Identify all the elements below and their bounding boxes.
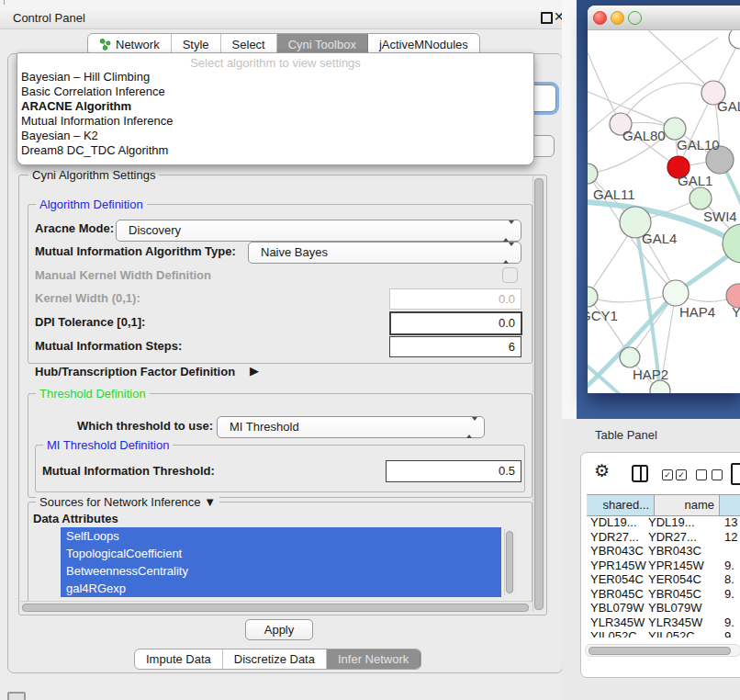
kernel-width-value: 0.0 [499,292,515,306]
tab-discretize-data[interactable]: Discretize Data [223,649,327,669]
attribute-item[interactable]: TopologicalCoefficient [61,545,501,562]
mi-steps-input[interactable]: 6 [389,336,521,357]
table-hscrollbar-thumb[interactable] [589,647,731,655]
threshold-definition-legend: Threshold Definition [36,387,150,401]
algorithm-option[interactable]: Mutual Information Inference [17,114,533,129]
settings-hscrollbar-thumb[interactable] [22,604,529,612]
minimized-panel-icon[interactable] [7,692,26,700]
traffic-light-zoom-icon[interactable] [628,11,642,25]
combo-arrows-icon [466,421,477,435]
sources-legend-text: Sources for Network Inference [39,495,201,509]
table-cell: YDL19... [590,515,637,529]
table-row[interactable]: YDL19...YDL19...13 [587,515,740,530]
column-header-partial[interactable] [720,495,740,515]
tab-infer-network-label: Infer Network [338,652,409,666]
attribute-item[interactable]: gal4RGexp [61,580,501,597]
table-cell: YER054C [648,572,701,586]
checked-box-icon: ✓ [662,469,673,480]
aracne-mode-select[interactable]: Discovery [116,220,521,242]
data-attributes-list[interactable]: SelfLoopsTopologicalCoefficientBetweenne… [61,527,501,597]
table-cell: YBR043C [648,544,701,558]
network-tab-icon [99,39,111,51]
columns-icon[interactable] [632,465,648,482]
table-horizontal-scrollbar[interactable] [585,644,740,657]
hub-expander-arrow-icon[interactable]: ▶ [250,364,259,378]
mi-steps-value: 6 [509,340,515,354]
network-window[interactable]: GALGAL80GAL10GAL1GAL11SWI4GAL4HAP4YGCY1H… [588,6,740,393]
network-node[interactable] [588,287,598,307]
traffic-light-close-icon[interactable] [593,11,607,25]
network-edge [588,38,718,141]
network-node[interactable] [650,380,670,393]
tab-network-label: Network [116,38,160,51]
attribute-item[interactable]: BetweennessCentrality [61,562,501,580]
gear-icon[interactable]: ⚙ [594,460,610,481]
algorithm-option[interactable]: ARACNE Algorithm [17,99,533,114]
algorithm-dropdown[interactable]: Select algorithm to view settings Bayesi… [17,52,534,165]
manual-kernel-label: Manual Kernel Width Definition [35,268,211,282]
table-cell: 9. [724,615,734,629]
mi-threshold-input[interactable]: 0.5 [386,460,521,482]
float-window-button[interactable] [541,12,553,24]
algorithm-option[interactable]: Dream8 DC_TDC Algorithm [17,143,533,158]
dpi-tolerance-input[interactable]: 0.0 [389,311,522,335]
table-row[interactable]: YDR27...YDR27...12 [587,530,740,545]
network-node[interactable] [588,164,598,184]
attributes-list-scrollbar[interactable] [504,529,515,595]
attributes-scrollbar-thumb[interactable] [506,531,513,593]
table-row[interactable]: YIL052CYIL052C9. [587,629,740,638]
attribute-item[interactable]: SelfLoops [61,527,501,545]
mi-algorithm-type-select[interactable]: Naive Bayes [248,242,521,264]
tab-impute-data-label: Impute Data [146,652,211,666]
manual-kernel-checkbox[interactable] [502,267,518,283]
algorithm-option[interactable]: Bayesian – K2 [17,129,533,143]
app-window: Control Panel ✕ Network Style Select Cyn… [0,0,740,700]
which-threshold-select[interactable]: MI Threshold [217,416,485,438]
network-canvas[interactable]: GALGAL80GAL10GAL1GAL11SWI4GAL4HAP4YGCY1H… [588,30,740,393]
node-label: GAL10 [677,137,720,152]
table-body[interactable]: YDL19...YDL19...13YDR27...YDR27...12YBR0… [587,515,740,638]
settings-horizontal-scrollbar[interactable] [20,601,531,613]
traffic-light-minimize-icon[interactable] [611,11,624,25]
top-strip [0,0,567,7]
deselect-all-checks-icon[interactable] [696,469,723,483]
network-node[interactable] [690,187,712,209]
algorithm-option[interactable]: Basic Correlation Inference [17,85,533,99]
sources-collapse-arrow-icon[interactable]: ▼ [204,495,216,509]
table-row[interactable]: YBR043CYBR043C [587,544,740,559]
kernel-width-label: Kernel Width (0,1): [35,291,140,305]
tab-select-label: Select [232,38,265,51]
tab-infer-network[interactable]: Infer Network [327,649,420,669]
column-header-name[interactable]: name [655,495,720,515]
export-table-icon[interactable] [731,463,740,485]
node-label: SWI4 [703,209,737,224]
network-window-titlebar[interactable] [588,6,740,30]
network-node[interactable] [663,280,689,306]
table-cell: YBR045C [590,587,644,601]
checked-box-icon: ✓ [676,469,687,480]
table-cell: YBR045C [648,587,701,601]
tab-impute-data[interactable]: Impute Data [135,649,223,669]
settings-vscrollbar-thumb[interactable] [534,178,544,610]
select-all-checks-icon[interactable]: ✓✓ [662,469,687,483]
table-cell: 8. [724,572,734,586]
apply-button[interactable]: Apply [245,619,313,640]
table-row[interactable]: YBR045CYBR045C9. [587,587,740,602]
column-header-shared-name[interactable]: shared... [587,495,655,515]
which-threshold-value: MI Threshold [230,420,299,434]
which-threshold-label: Which threshold to use: [77,419,213,433]
table-cell: YIL052C [590,629,637,638]
bottom-tabbar: Impute Data Discretize Data Infer Networ… [134,649,421,670]
settings-vertical-scrollbar[interactable] [533,176,545,612]
network-node[interactable] [620,347,640,367]
algorithm-option[interactable]: Bayesian – Hill Climbing [17,70,533,85]
panel-gap [562,0,577,419]
node-label: GAL11 [593,186,635,202]
table-row[interactable]: YBL079WYBL079W [587,601,740,615]
table-cell: YBR043C [590,544,644,558]
table-row[interactable]: YLR345WYLR345W9. [587,615,740,630]
table-row[interactable]: YPR145WYPR145W9. [587,559,740,573]
network-node[interactable] [729,30,740,49]
table-row[interactable]: YER054CYER054C8. [587,572,740,587]
table-cell: YIL052C [648,629,695,638]
